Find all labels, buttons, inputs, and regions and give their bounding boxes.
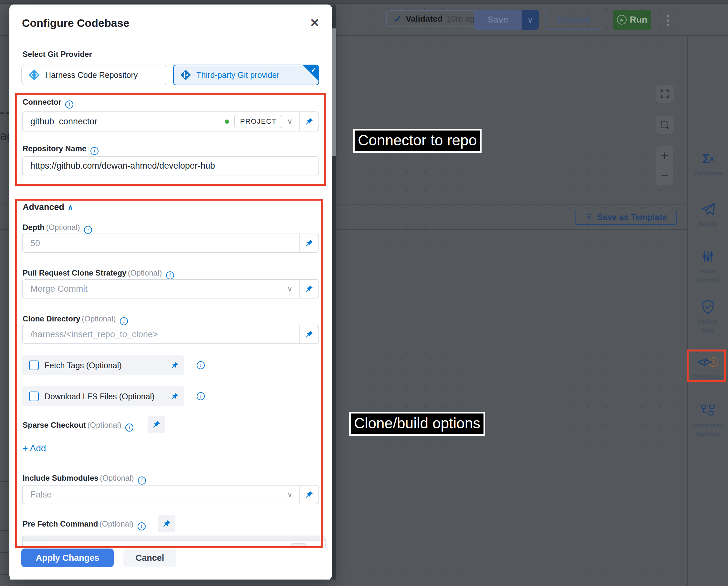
annotation-label-connector: Connector to repo xyxy=(353,129,482,153)
list-row-divider xyxy=(0,574,9,575)
sidebar-item-label: Notify xyxy=(688,220,728,228)
app-screen: ✓ Validated 10m ago Save ∨ Discard ▶ Run… xyxy=(0,0,728,586)
play-icon: ▶ xyxy=(617,15,627,25)
dialog-footer: Apply Changes Cancel xyxy=(10,548,330,580)
list-row-divider xyxy=(0,481,9,482)
policy-sets-icon xyxy=(688,299,728,315)
save-as-template-label: Save as Template xyxy=(597,212,667,222)
sidebar-item-label: Flow Control xyxy=(688,267,728,284)
sidebar-item-variables[interactable]: Σx Variables xyxy=(688,150,728,178)
sidebar-item-label: Advanced Options xyxy=(688,421,728,438)
sidebar-item-notify[interactable]: Notify xyxy=(688,201,728,228)
git-provider-label: Select Git Provider xyxy=(23,50,92,59)
provider-harness-code-button[interactable]: Harness Code Repository xyxy=(21,65,167,85)
canvas-edge-fragment xyxy=(6,112,9,114)
run-button[interactable]: ▶ Run xyxy=(613,10,651,30)
git-icon xyxy=(180,70,191,80)
sidebar-item-advanced-options[interactable]: Advanced Options xyxy=(688,402,728,438)
sidebar-item-label: Variables xyxy=(688,169,728,178)
validated-check-icon: ✓ xyxy=(394,13,402,25)
run-label: Run xyxy=(630,15,647,25)
save-dropdown-button[interactable]: ∨ xyxy=(522,10,539,30)
notify-icon xyxy=(688,201,728,218)
annotation-box-codebase xyxy=(687,350,726,382)
provider-third-party-button[interactable]: Third-party Git provider ✓ xyxy=(173,65,319,85)
validated-status-chip: ✓ Validated 10m ago xyxy=(386,10,487,27)
sidebar-item-policy-sets[interactable]: Policy Sets xyxy=(688,299,728,335)
list-row-divider xyxy=(0,530,9,531)
upload-icon xyxy=(585,213,593,222)
page-top-strip xyxy=(0,0,728,4)
fullscreen-icon xyxy=(659,88,670,99)
list-row-divider xyxy=(0,552,9,553)
chevron-down-icon: ∨ xyxy=(527,15,533,25)
discard-button[interactable]: Discard xyxy=(545,10,602,30)
harness-code-icon xyxy=(28,69,40,81)
fullscreen-button[interactable] xyxy=(656,85,674,103)
validated-label: Validated xyxy=(406,14,442,24)
list-row-divider xyxy=(0,502,9,502)
dialog-title: Configure Codebase xyxy=(22,17,129,29)
save-split-button[interactable]: Save ∨ xyxy=(474,10,539,30)
canvas-edge-fragment xyxy=(0,112,4,114)
flow-control-icon xyxy=(688,248,728,265)
zoom-controls[interactable]: + − xyxy=(656,146,673,185)
save-button[interactable]: Save xyxy=(474,10,522,30)
marquee-select-button[interactable] xyxy=(656,116,674,134)
advanced-options-icon xyxy=(688,402,728,419)
annotation-box-advanced xyxy=(15,199,323,548)
git-provider-options: Harness Code Repository Third-party Git … xyxy=(21,65,319,85)
more-options-icon[interactable]: ⋮ xyxy=(661,13,674,27)
provider-label: Harness Code Repository xyxy=(45,71,137,80)
selected-check-icon: ✓ xyxy=(311,66,316,74)
pipeline-right-sidebar: Σx Variables Notify Flow Control xyxy=(687,35,728,586)
annotation-box-connector xyxy=(15,93,326,186)
sidebar-item-label: Policy Sets xyxy=(688,317,728,335)
cancel-button[interactable]: Cancel xyxy=(123,549,176,567)
apply-changes-button[interactable]: Apply Changes xyxy=(21,549,114,567)
annotation-label-clone: Clone/build options xyxy=(349,412,485,436)
zoom-in-icon[interactable]: + xyxy=(661,150,669,162)
provider-label: Third-party Git provider xyxy=(197,71,279,80)
marquee-select-icon xyxy=(659,120,670,130)
modal-scrollbar-thumb[interactable] xyxy=(332,28,336,156)
save-as-template-button[interactable]: Save as Template xyxy=(575,210,677,225)
close-icon[interactable]: ✕ xyxy=(310,16,319,30)
sidebar-item-flow-control[interactable]: Flow Control xyxy=(688,248,728,284)
variables-icon: Σx xyxy=(688,150,728,167)
zoom-out-icon[interactable]: − xyxy=(661,169,669,182)
